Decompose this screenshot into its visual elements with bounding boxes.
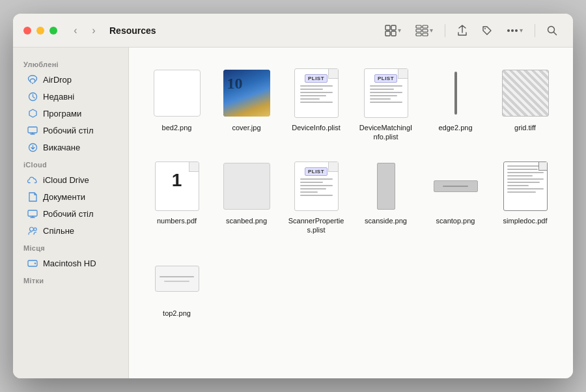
file-name-devicematching: DeviceMatchingInfo.plist bbox=[357, 123, 414, 142]
svg-point-24 bbox=[35, 262, 36, 264]
sidebar-item-icloud-desktop[interactable]: Робочий стіл bbox=[17, 205, 124, 222]
file-thumb-numbers: 1 bbox=[151, 160, 203, 212]
file-name-deviceinfo: DeviceInfo.plist bbox=[292, 123, 341, 132]
places-label: Місця bbox=[13, 239, 128, 255]
file-name-scanbed: scanbed.png bbox=[226, 216, 267, 225]
sidebar-item-applications[interactable]: Програми bbox=[17, 105, 124, 122]
file-name-scantop: scantop.png bbox=[436, 216, 475, 225]
doc-icon bbox=[27, 191, 38, 202]
svg-point-10 bbox=[484, 28, 486, 29]
file-grid-tiff[interactable]: grid.tiff bbox=[493, 63, 557, 146]
svg-point-16 bbox=[32, 83, 33, 84]
sidebar-item-recents[interactable]: Недавні bbox=[17, 88, 124, 105]
file-simpledoc-pdf[interactable]: simpledoc.pdf bbox=[493, 156, 557, 239]
file-name-cover: cover.jpg bbox=[232, 123, 260, 132]
file-name-scannerproperties: ScannerProperties.plist bbox=[288, 216, 344, 235]
svg-rect-3 bbox=[391, 31, 396, 36]
desktop-label: Робочий стіл bbox=[43, 126, 94, 135]
finder-window: ‹ › Resources ▾ bbox=[13, 14, 573, 378]
file-thumb-simpledoc bbox=[499, 160, 551, 212]
apps-icon bbox=[27, 108, 38, 119]
file-thumb-grid bbox=[499, 67, 551, 119]
file-name-top2: top2.png bbox=[163, 309, 191, 318]
svg-rect-2 bbox=[385, 31, 390, 36]
svg-point-14 bbox=[548, 26, 555, 33]
svg-rect-4 bbox=[416, 25, 421, 28]
sidebar-item-desktop[interactable]: Робочий стіл bbox=[17, 122, 124, 139]
file-top2-png[interactable]: top2.png bbox=[145, 249, 209, 322]
file-name-edge2: edge2.png bbox=[439, 123, 473, 132]
tags-label: Мітки bbox=[13, 272, 128, 287]
svg-point-21 bbox=[29, 227, 33, 231]
view-icon-grid[interactable]: ▾ bbox=[380, 22, 406, 39]
file-scanbed-png[interactable]: scanbed.png bbox=[214, 156, 279, 239]
file-devicematching-plist[interactable]: PLIST DeviceMatchingInfo.plist bbox=[354, 63, 418, 146]
applications-label: Програми bbox=[43, 109, 81, 119]
airdrop-icon bbox=[27, 74, 38, 85]
icloud-desktop-icon bbox=[27, 208, 38, 219]
back-button[interactable]: ‹ bbox=[68, 23, 83, 38]
macintosh-hd-label: Macintosh HD bbox=[43, 259, 96, 268]
sidebar-item-downloads[interactable]: Викачане bbox=[17, 139, 124, 156]
file-thumb-bed2 bbox=[151, 67, 203, 119]
file-scannerproperties-plist[interactable]: PLIST ScannerProperties.plist bbox=[284, 156, 348, 239]
svg-rect-1 bbox=[391, 25, 396, 30]
download-icon bbox=[27, 142, 38, 152]
files-grid: bed2.png 10 cover.jpg bbox=[145, 63, 557, 322]
titlebar: ‹ › Resources ▾ bbox=[13, 14, 573, 48]
sidebar-item-icloud-drive[interactable]: iCloud Drive bbox=[17, 171, 124, 188]
file-deviceinfo-plist[interactable]: PLIST DeviceInfo.plist bbox=[284, 63, 348, 146]
desktop-icon bbox=[27, 125, 38, 135]
hd-icon bbox=[27, 258, 38, 268]
file-numbers-pdf[interactable]: 1 numbers.pdf bbox=[145, 156, 209, 239]
documents-label: Документи bbox=[43, 192, 85, 202]
file-edge2-png[interactable]: edge2.png bbox=[423, 63, 488, 146]
main-content: bed2.png 10 cover.jpg bbox=[129, 48, 573, 378]
downloads-label: Викачане bbox=[43, 143, 80, 152]
file-thumb-cover: 10 bbox=[221, 67, 273, 119]
file-bed2-png[interactable]: bed2.png bbox=[145, 63, 209, 146]
clock-icon bbox=[27, 91, 38, 102]
file-thumb-devicematching: PLIST bbox=[360, 67, 412, 119]
file-thumb-scantop bbox=[430, 160, 482, 212]
svg-rect-9 bbox=[423, 33, 428, 36]
minimize-button[interactable] bbox=[36, 27, 44, 35]
forward-button[interactable]: › bbox=[86, 23, 102, 38]
favorites-label: Улюблені bbox=[13, 55, 128, 71]
sidebar-item-shared[interactable]: Спільне bbox=[17, 222, 124, 239]
file-thumb-top2 bbox=[151, 253, 203, 305]
toolbar-icons: ▾ ▾ bbox=[380, 22, 563, 39]
svg-rect-5 bbox=[416, 29, 421, 32]
svg-rect-7 bbox=[423, 25, 428, 28]
separator-1 bbox=[445, 24, 445, 37]
fullscreen-button[interactable] bbox=[49, 27, 57, 35]
sidebar-item-documents[interactable]: Документи bbox=[17, 188, 124, 205]
file-thumb-scanside bbox=[360, 160, 412, 212]
traffic-lights bbox=[23, 27, 57, 35]
recents-label: Недавні bbox=[43, 92, 74, 102]
more-dropdown-arrow: ▾ bbox=[520, 27, 523, 34]
window-title: Resources bbox=[109, 25, 380, 36]
sidebar-item-macintosh-hd[interactable]: Macintosh HD bbox=[17, 255, 124, 272]
file-cover-jpg[interactable]: 10 cover.jpg bbox=[214, 63, 279, 146]
cloud-icon bbox=[27, 175, 38, 185]
content-area: Улюблені AirDrop bbox=[13, 48, 573, 378]
close-button[interactable] bbox=[23, 27, 31, 35]
svg-rect-6 bbox=[416, 33, 421, 36]
svg-rect-20 bbox=[28, 210, 37, 216]
view-icon-list[interactable]: ▾ bbox=[410, 22, 438, 39]
view-dropdown-arrow: ▾ bbox=[398, 27, 401, 34]
more-button[interactable]: ▾ bbox=[501, 24, 528, 36]
separator-2 bbox=[535, 24, 535, 37]
file-thumb-scanbed bbox=[221, 160, 273, 212]
file-name-simpledoc: simpledoc.pdf bbox=[503, 216, 548, 225]
shared-label: Спільне bbox=[43, 226, 74, 236]
nav-buttons: ‹ › bbox=[68, 23, 102, 38]
search-button[interactable] bbox=[542, 23, 563, 38]
file-scanside-png[interactable]: scanside.png bbox=[354, 156, 418, 239]
share-button[interactable] bbox=[452, 22, 473, 39]
file-scantop-png[interactable]: scantop.png bbox=[423, 156, 488, 239]
tag-button[interactable] bbox=[477, 23, 497, 38]
sidebar-item-airdrop[interactable]: AirDrop bbox=[17, 71, 124, 88]
airdrop-label: AirDrop bbox=[43, 75, 72, 85]
